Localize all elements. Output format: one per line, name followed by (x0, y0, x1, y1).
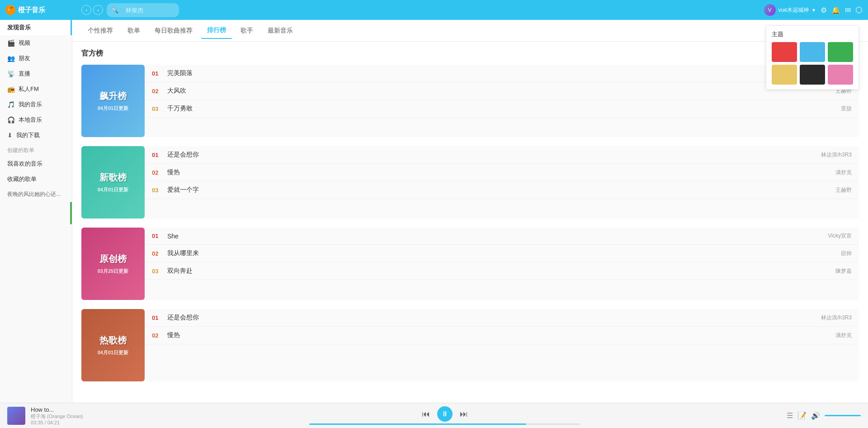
logo-icon: 🍊 (5, 5, 15, 15)
scroll-content: 官方榜 飙升榜 04月01日更新 01 完美陨落 胡期皓/叶珏琳/童郡嗯 02 … (72, 42, 868, 403)
chart-cover-hot[interactable]: 飙升榜 04月01日更新 (81, 65, 145, 137)
current-time: 03:35 (31, 420, 43, 425)
song-row[interactable]: 01 完美陨落 胡期皓/叶珏琳/童郡嗯 (145, 65, 859, 82)
song-row[interactable]: 02 我从哪里来 邵帅 (145, 245, 859, 262)
main-layout: 发现音乐 🎬 视频 👥 朋友 📡 直播 📻 私人FM 🎵 我的音乐 🎧 本地音乐… (0, 20, 868, 403)
topbar: 🍊 橙子音乐 ‹ › 🔍 V vue木远城神 ▼ ⚙ 🔔 ✉ ⬡ (0, 0, 868, 20)
theme-color-green[interactable] (828, 42, 853, 62)
player-thumbnail (7, 407, 25, 425)
subnav-item-charts[interactable]: 排行榜 (201, 23, 232, 39)
chart-songs-hot2: 01 还是会想你 林达浪/h3R3 02 慢热 满舒克 (145, 309, 859, 381)
subnav-item-daily[interactable]: 每日歌曲推荐 (148, 23, 199, 38)
song-row[interactable]: 02 慢热 满舒克 (145, 164, 859, 181)
download-icon: ⬇ (7, 132, 13, 139)
song-row[interactable]: 02 大风吹 王赫野 (145, 82, 859, 100)
player-subtitle: 橙子海 (Orange Ocean) (31, 413, 103, 420)
back-button[interactable]: ‹ (81, 5, 91, 15)
sidebar-item-local[interactable]: 🎧 本地音乐 (0, 112, 72, 128)
user-info[interactable]: V vue木远城神 ▼ (764, 4, 816, 16)
chart-block-hot: 飙升榜 04月01日更新 01 完美陨落 胡期皓/叶珏琳/童郡嗯 02 大风吹 … (81, 65, 859, 137)
sidebar-item-playlist1[interactable]: 夜晚的风比她的心还... (0, 187, 72, 202)
song-row[interactable]: 01 还是会想你 林达浪/h3R3 (145, 146, 859, 164)
prev-button[interactable]: ⏮ (422, 409, 430, 419)
song-rank: 01 (152, 152, 163, 158)
subnav-item-artists[interactable]: 歌手 (234, 23, 259, 38)
sidebar-item-friends[interactable]: 👥 朋友 (0, 51, 72, 66)
player-progress-fill (309, 423, 526, 425)
song-row[interactable]: 01 还是会想你 林达浪/h3R3 (145, 309, 859, 327)
sidebar-item-collection[interactable]: 收藏的歌单 (0, 171, 72, 187)
play-pause-button[interactable]: ⏸ (437, 406, 453, 422)
chart-new-date: 04月01日更新 (98, 186, 128, 193)
song-name: She (167, 233, 779, 240)
created-playlist-label: 创建的歌单 (0, 143, 72, 156)
mail-icon[interactable]: ✉ (845, 6, 851, 14)
song-row[interactable]: 03 爱就一个字 王赫野 (145, 181, 859, 199)
theme-color-yellow[interactable] (772, 65, 797, 85)
chart-block-original: 原创榜 03月25日更新 01 She Vicky宣宣 02 我从哪里来 邵帅 (81, 228, 859, 300)
song-row[interactable]: 01 She Vicky宣宣 (145, 228, 859, 245)
sidebar-label-friends: 朋友 (19, 54, 30, 62)
song-rank: 01 (152, 314, 163, 321)
theme-color-red[interactable] (772, 42, 797, 62)
sidebar-item-mymusic[interactable]: 🎵 我的音乐 (0, 97, 72, 112)
player-progress[interactable] (309, 423, 580, 425)
chart-cover-hot2[interactable]: 热歌榜 04月01日更新 (81, 309, 145, 381)
song-row[interactable]: 03 千万勇敢 景甜 (145, 100, 859, 118)
song-artist: Vicky宣宣 (779, 232, 852, 240)
theme-color-skyblue[interactable] (800, 42, 825, 62)
github-icon[interactable]: ⬡ (855, 5, 863, 15)
chart-original-date: 03月25日更新 (98, 268, 128, 275)
sidebar-item-discover[interactable]: 发现音乐 (0, 20, 72, 35)
song-rank: 02 (152, 169, 163, 176)
username: vue木远城神 (778, 6, 809, 14)
sidebar-item-video[interactable]: 🎬 视频 (0, 35, 72, 51)
song-artist: 满舒克 (779, 169, 852, 176)
sidebar-item-live[interactable]: 📡 直播 (0, 66, 72, 81)
search-input[interactable] (120, 5, 175, 15)
sidebar-label-video: 视频 (19, 39, 30, 47)
live-icon: 📡 (7, 70, 15, 77)
subnav-item-personal[interactable]: 个性推荐 (81, 23, 119, 38)
song-rank: 01 (152, 233, 163, 239)
chart-cover-new[interactable]: 新歌榜 04月01日更新 (81, 146, 145, 219)
song-rank: 02 (152, 250, 163, 257)
volume-icon[interactable]: 🔊 (811, 411, 820, 420)
sidebar-item-fm[interactable]: 📻 私人FM (0, 81, 72, 97)
app-title: 橙子音乐 (18, 6, 45, 14)
sidebar-item-liked[interactable]: 我喜欢的音乐 (0, 156, 72, 171)
theme-panel: 主题 (766, 25, 859, 90)
sidebar-item-download[interactable]: ⬇ 我的下载 (0, 128, 72, 143)
chart-cover-original[interactable]: 原创榜 03月25日更新 (81, 228, 145, 300)
song-row[interactable]: 03 双向奔赴 陳梦嘉 (145, 262, 859, 280)
song-name: 大风吹 (167, 87, 779, 95)
song-row[interactable]: 02 慢热 满舒克 (145, 327, 859, 344)
sidebar-label-liked: 我喜欢的音乐 (7, 160, 42, 168)
song-rank: 02 (152, 332, 163, 339)
theme-color-pink[interactable] (828, 65, 853, 85)
theme-colors (772, 42, 853, 85)
song-name: 还是会想你 (167, 314, 779, 322)
lyrics-icon[interactable]: 📝 (797, 411, 807, 420)
chart-songs-hot: 01 完美陨落 胡期皓/叶珏琳/童郡嗯 02 大风吹 王赫野 03 千万勇敢 景… (145, 65, 859, 137)
forward-button[interactable]: › (93, 5, 103, 15)
subnav-item-playlist[interactable]: 歌单 (121, 23, 146, 38)
chart-block-new: 新歌榜 04月01日更新 01 还是会想你 林达浪/h3R3 02 慢热 满舒克 (81, 146, 859, 219)
bell-icon[interactable]: 🔔 (831, 6, 840, 14)
video-icon: 🎬 (7, 39, 15, 47)
player-controls: ⏮ ⏸ ⏭ (108, 406, 781, 425)
scroll-indicator (70, 202, 72, 224)
total-time: 04:21 (47, 420, 60, 425)
playlist-icon[interactable]: ☰ (787, 411, 793, 420)
next-button[interactable]: ⏭ (460, 409, 468, 419)
volume-bar[interactable] (825, 415, 861, 416)
music-icon: 🎵 (7, 101, 15, 108)
song-rank: 03 (152, 268, 163, 275)
theme-color-dark[interactable] (800, 65, 825, 85)
sidebar-label-fm: 私人FM (19, 85, 39, 93)
settings-icon[interactable]: ⚙ (821, 6, 827, 14)
sidebar-label-live: 直播 (19, 70, 30, 78)
song-artist: 林达浪/h3R3 (779, 151, 852, 159)
song-rank: 03 (152, 105, 163, 112)
subnav-item-new[interactable]: 最新音乐 (261, 23, 299, 38)
